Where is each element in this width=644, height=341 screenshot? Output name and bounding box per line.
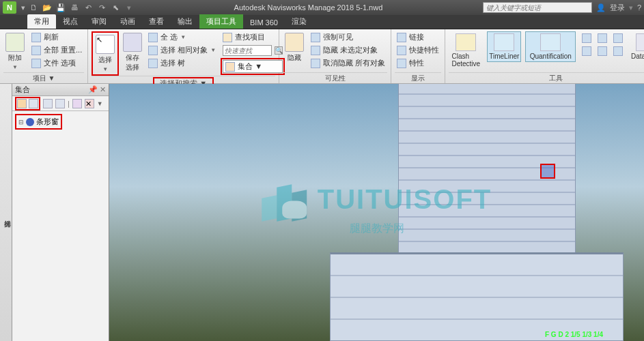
ribbon-tabs: 常用 视点 审阅 动画 查看 输出 项目工具 BIM 360 渲染: [0, 15, 644, 29]
new-icon[interactable]: 🗋: [29, 3, 38, 12]
tool-mini-5[interactable]: [596, 46, 609, 57]
new-search-set-icon[interactable]: [17, 99, 27, 108]
collections-icon: [225, 62, 235, 72]
tab-bim360[interactable]: BIM 360: [243, 16, 285, 29]
save-set-icon[interactable]: [43, 99, 53, 108]
find-items-button[interactable]: 查找项目: [221, 31, 285, 43]
append-icon: [5, 33, 25, 52]
open-icon[interactable]: 📂: [42, 3, 52, 12]
panel-visibility: 隐藏 强制可见 隐藏 未选定对象 取消隐藏 所有对象 可见性: [279, 29, 391, 83]
tab-project-tools[interactable]: 项目工具: [199, 14, 243, 29]
tool-mini-4[interactable]: [580, 46, 593, 57]
highlight-selected-window[interactable]: [540, 164, 555, 179]
tab-review[interactable]: 审阅: [85, 14, 113, 29]
links-button[interactable]: 链接: [395, 31, 441, 43]
hide-icon: [285, 33, 304, 52]
highlight-select-button: ↖ 选择 ▼: [92, 31, 119, 76]
tree-icon: [148, 59, 158, 68]
tab-home[interactable]: 常用: [27, 14, 56, 29]
duplicate-set-icon[interactable]: [55, 99, 65, 108]
panel-select-search: ↖ 选择 ▼ 保存 选择 全 选▼ 选择 相同对象▼ 选择 树 查找项目 🔍 集…: [88, 29, 279, 83]
tool-mini-1[interactable]: [580, 33, 593, 44]
panel-tools: Clash Detective TimeLiner Quantification: [445, 29, 644, 83]
refresh-button[interactable]: 刷新: [29, 31, 84, 43]
set-item-strip-window[interactable]: ⊟ 条形窗: [17, 116, 60, 128]
tab-output[interactable]: 输出: [171, 14, 199, 29]
undo-icon[interactable]: ↶: [83, 3, 93, 12]
panel-display: 链接 快捷特性 特性 显示: [391, 29, 445, 83]
append-button[interactable]: 附加 ▼: [3, 31, 27, 72]
quick-props-icon: [397, 46, 406, 55]
panel-visibility-title: 可见性: [283, 72, 387, 83]
quantification-button[interactable]: Quantification: [525, 31, 576, 62]
find-icon: [223, 33, 232, 42]
save-icon[interactable]: 💾: [56, 3, 66, 12]
save-selection-button[interactable]: 保存 选择: [122, 31, 143, 74]
refresh-icon: [31, 33, 41, 42]
properties-icon: [397, 59, 406, 68]
panel-project-title[interactable]: 项目 ▼: [3, 72, 84, 83]
tool-mini-3[interactable]: [611, 33, 625, 44]
selection-tree-button[interactable]: 选择 树: [146, 57, 218, 69]
select-arrow-icon: ↖: [96, 35, 115, 54]
selection-tree-tab[interactable]: 选择树: [0, 84, 12, 341]
new-selection-set-icon[interactable]: [29, 99, 38, 108]
keyword-search-input[interactable]: [483, 2, 592, 13]
highlight-sets-newbtns: [15, 97, 40, 110]
tab-viewpoint[interactable]: 视点: [56, 14, 85, 29]
tool-mini-6[interactable]: [611, 46, 625, 57]
select-dropdown[interactable]: ↖ 选择 ▼: [94, 33, 117, 74]
clash-detective-button[interactable]: Clash Detective: [449, 31, 483, 70]
panel-pin-icon[interactable]: 📌 ✕: [88, 85, 106, 94]
help-icon[interactable]: ?: [637, 3, 641, 12]
hide-unselected-button[interactable]: 隐藏 未选定对象: [309, 44, 387, 56]
building-podium: [330, 252, 624, 341]
timeliner-button[interactable]: TimeLiner: [487, 31, 521, 62]
unhide-icon: [311, 59, 320, 68]
print-icon[interactable]: 🖶: [70, 3, 79, 12]
quick-access-toolbar: 🗋 📂 💾 🖶 ↶ ↷ ⬉ ▾: [29, 3, 134, 12]
unhide-all-button[interactable]: 取消隐藏 所有对象: [309, 57, 387, 69]
autodesk-rendering-icon: [582, 33, 591, 43]
tree-expand-icon[interactable]: ⊟: [18, 119, 24, 125]
quick-search-input[interactable]: [223, 45, 272, 56]
delete-set-icon[interactable]: ✕: [85, 99, 94, 108]
reset-all-button[interactable]: 全部 重置...: [29, 44, 84, 56]
highlight-tree-item: ⊟ 条形窗: [15, 114, 62, 130]
link-icon: [397, 33, 406, 42]
import-export-icon[interactable]: [72, 99, 82, 108]
app-icon[interactable]: N: [3, 1, 16, 14]
select-same-button[interactable]: 选择 相同对象▼: [146, 44, 218, 56]
force-visible-button[interactable]: 强制可见: [309, 31, 387, 43]
tab-view[interactable]: 查看: [142, 14, 171, 29]
login-button[interactable]: 登录: [610, 3, 625, 13]
redo-icon[interactable]: ↷: [97, 3, 107, 12]
hide-button[interactable]: 隐藏: [283, 31, 306, 64]
datatools-icon: [636, 33, 644, 51]
set-item-label: 条形窗: [36, 117, 59, 127]
viewport-3d[interactable]: F G D 2 1/5 1/3 1/4 TUITUISOFT 腿腿教学网: [109, 84, 644, 341]
panel-display-title: 显示: [395, 72, 441, 83]
sets-panel-header[interactable]: 集合 📌 ✕: [12, 84, 109, 96]
sets-toolbar: | ✕ ▼: [12, 96, 109, 111]
tool-mini-2[interactable]: [596, 33, 609, 44]
timeliner-icon: [494, 33, 514, 51]
select-arrow-icon[interactable]: ⬉: [111, 3, 120, 12]
file-options-button[interactable]: 文件 选项: [29, 57, 84, 69]
properties-button[interactable]: 特性: [395, 57, 441, 69]
panel-tools-title: 工具: [449, 72, 644, 83]
window-title: Autodesk Navisworks Manage 2018 5-1.nwd: [134, 3, 483, 12]
animator-icon: [598, 33, 607, 43]
watermark-logo-icon: [262, 179, 309, 220]
tab-animation[interactable]: 动画: [113, 14, 142, 29]
datatools-button[interactable]: DataTools: [629, 31, 644, 62]
tab-render[interactable]: 渲染: [285, 14, 313, 29]
infocenter-icon[interactable]: 👤: [596, 3, 606, 12]
grid-labels: F G D 2 1/5 1/3 1/4: [545, 331, 603, 338]
highlight-collections: 集合 ▼: [221, 58, 285, 75]
title-bar: N ▾ 🗋 📂 💾 🖶 ↶ ↷ ⬉ ▾ Autodesk Navisworks …: [0, 0, 644, 15]
collections-dropdown[interactable]: 集合 ▼: [223, 60, 283, 73]
select-all-button[interactable]: 全 选▼: [146, 31, 218, 43]
quick-properties-button[interactable]: 快捷特性: [395, 44, 441, 56]
model-building: [330, 84, 624, 341]
